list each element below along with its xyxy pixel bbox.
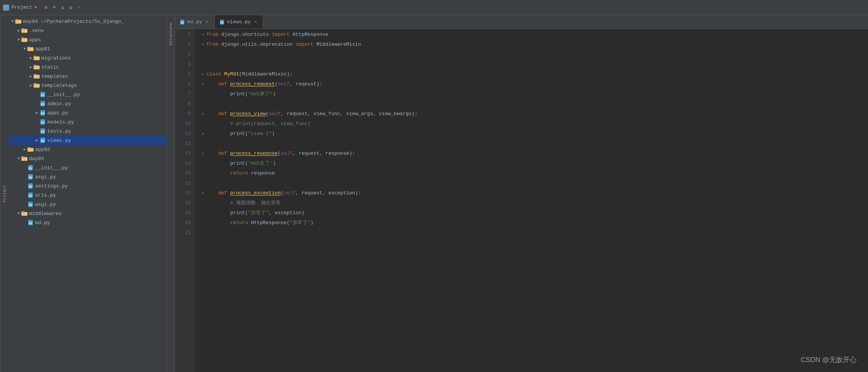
- tree-item-views-py[interactable]: ▶ py views.py: [8, 136, 166, 145]
- py-file-icon: py: [27, 192, 34, 198]
- sidebar: ▼ day04 ~/PycharmProjects/5x_django_ ▶ .…: [8, 15, 167, 372]
- folder-icon-root: [15, 18, 21, 24]
- folder-icon: [21, 37, 27, 43]
- svg-text:py: py: [41, 130, 45, 133]
- project-selector[interactable]: Project ▼: [3, 5, 37, 11]
- svg-text:py: py: [41, 111, 45, 115]
- tab-md-py-close[interactable]: ×: [204, 19, 210, 25]
- code-line-20: return HttpResponse("异常了"): [200, 218, 868, 228]
- py-file-icon: py: [40, 119, 46, 125]
- filter-icon[interactable]: ⇅: [61, 5, 64, 11]
- minus-icon[interactable]: −: [78, 5, 81, 11]
- svg-text:py: py: [29, 194, 32, 197]
- tab-views-py-label: views.py: [227, 19, 251, 25]
- py-file-icon: py: [27, 183, 34, 189]
- tree-item-app02[interactable]: ▶ app02: [8, 145, 166, 154]
- code-line-1: ▸ from django.shortcuts import HttpRespo…: [200, 30, 868, 40]
- tree-item-settings-py[interactable]: py settings.py: [8, 181, 166, 191]
- tree-item-apps-py[interactable]: ▶ py apps.py: [8, 108, 166, 117]
- tree-item-templates[interactable]: ▶ templates: [8, 72, 166, 81]
- project-label: Project: [11, 5, 32, 10]
- tree-item-templatetags[interactable]: ▶ templatetags: [8, 81, 166, 90]
- folder-icon: [21, 156, 27, 162]
- editor-container: py md.py × py views.py × 12345 678910 11…: [175, 15, 868, 372]
- toolbar: Project ▼ ⊕ ≡ ⇅ ⚙ −: [0, 0, 868, 15]
- svg-rect-29: [27, 147, 30, 149]
- tree-item-middlewares[interactable]: ▼ middlewares: [8, 209, 166, 218]
- tree-item-asgi-py[interactable]: py asgi.py: [8, 172, 166, 181]
- svg-rect-11: [34, 65, 36, 66]
- svg-rect-1: [15, 19, 18, 21]
- folder-icon: [21, 210, 27, 216]
- tree-item-models-py[interactable]: py models.py: [8, 117, 166, 127]
- code-line-12: [200, 139, 868, 149]
- tab-md-py[interactable]: py md.py ×: [175, 15, 215, 29]
- tree-item-app01[interactable]: ▼ app01: [8, 44, 166, 53]
- project-side-label: Project: [0, 15, 8, 372]
- code-line-19: print("异常了", exception): [200, 208, 868, 218]
- svg-text:py: py: [29, 166, 32, 170]
- tab-views-py[interactable]: py views.py ×: [215, 15, 263, 29]
- tree-item-wsgi-py[interactable]: py wsgi.py: [8, 200, 166, 209]
- list-icon[interactable]: ≡: [53, 5, 56, 11]
- tree-root-item[interactable]: ▼ day04 ~/PycharmProjects/5x_django_: [8, 17, 166, 26]
- add-icon[interactable]: ⊕: [45, 5, 48, 11]
- svg-text:py: py: [181, 21, 184, 24]
- py-file-icon: py: [27, 220, 34, 226]
- tree-item-init-app01[interactable]: py __init__.py: [8, 90, 166, 99]
- folder-icon: [34, 64, 40, 70]
- code-line-11: ▸ print("view 1"): [200, 129, 868, 139]
- folder-icon: [27, 146, 34, 152]
- py-file-icon: py: [40, 110, 46, 116]
- svg-rect-5: [21, 37, 24, 39]
- folder-icon: [34, 73, 40, 79]
- code-line-7: print("md1来了"): [200, 89, 868, 99]
- tree-item-init-day04[interactable]: py __init__.py: [8, 163, 166, 172]
- tree-item-venv[interactable]: ▶ .venv: [8, 26, 166, 35]
- py-file-icon: py: [40, 91, 46, 98]
- svg-rect-3: [21, 28, 24, 30]
- folder-icon: [34, 55, 40, 61]
- folder-icon: [34, 82, 40, 88]
- tree-item-admin-py[interactable]: py admin.py: [8, 99, 166, 108]
- tree-item-md-py[interactable]: py md.py: [8, 218, 166, 227]
- code-line-16: [200, 178, 868, 188]
- svg-rect-9: [34, 56, 36, 57]
- py-file-icon: py: [27, 165, 34, 171]
- code-line-5: ▸ class MyMd1(MiddlewareMixin):: [200, 69, 868, 79]
- svg-text:py: py: [29, 221, 32, 224]
- folder-icon: [27, 46, 34, 52]
- gear-icon[interactable]: ⚙: [69, 5, 72, 11]
- code-line-6: ▸ def process_request(self, reqeust):: [200, 79, 868, 89]
- svg-rect-31: [21, 156, 24, 158]
- svg-text:py: py: [29, 203, 32, 206]
- svg-text:py: py: [41, 139, 45, 142]
- tree-item-urls-py[interactable]: py urls.py: [8, 191, 166, 200]
- code-line-14: print('md1走了'): [200, 159, 868, 168]
- code-line-9: ▸ def process_view(self, request, view_f…: [200, 109, 868, 119]
- tree-arrow-root: ▼: [10, 19, 15, 24]
- line-numbers: 12345 678910 1112131415 1617181920 21: [175, 29, 194, 372]
- tab-views-py-close[interactable]: ×: [253, 19, 258, 25]
- svg-text:py: py: [220, 21, 224, 24]
- code-line-18: # 视图函数，抛出异常: [200, 198, 868, 208]
- svg-rect-13: [34, 74, 36, 75]
- tree-item-static[interactable]: ▶ static: [8, 63, 166, 72]
- svg-rect-43: [21, 211, 24, 213]
- code-editor[interactable]: 12345 678910 1112131415 1617181920 21 ▸ …: [175, 29, 868, 372]
- py-file-icon: py: [27, 174, 34, 180]
- toolbar-actions: ⊕ ≡ ⇅ ⚙ −: [45, 5, 81, 11]
- code-line-2: ▸ from django.utils.deprecation import M…: [200, 40, 868, 50]
- py-file-icon: py: [40, 137, 46, 143]
- svg-rect-7: [27, 46, 30, 48]
- tree-item-migrations[interactable]: ▶ migrations: [8, 53, 166, 63]
- tree-item-day04[interactable]: ▼ day04: [8, 154, 166, 163]
- code-line-15: return response: [200, 168, 868, 178]
- code-line-21: [200, 228, 868, 238]
- structure-label: Structure: [169, 23, 173, 45]
- tab-md-py-label: md.py: [187, 19, 202, 25]
- tree-item-apps[interactable]: ▼ apps: [8, 35, 166, 44]
- tree-item-tests-py[interactable]: py tests.py: [8, 127, 166, 136]
- py-tab-icon: py: [180, 19, 185, 25]
- svg-text:py: py: [41, 93, 45, 96]
